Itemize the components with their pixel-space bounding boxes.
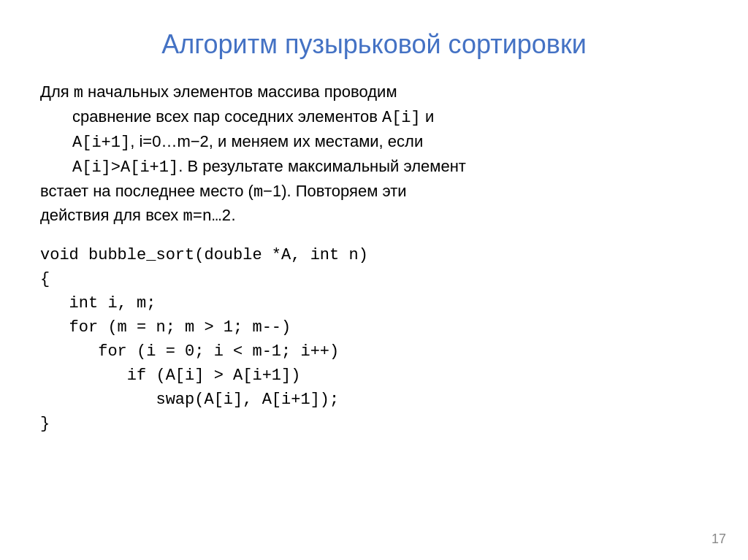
code-line-3: int i, m; [40, 291, 708, 315]
code-line-2: { [40, 267, 708, 291]
code-line-5: for (i = 0; i < m-1; i++) [40, 340, 708, 364]
desc-condition: A[i]>A[i+1] [72, 158, 178, 177]
code-block: void bubble_sort(double *A, int n) { int… [40, 243, 708, 436]
desc-m1: m [74, 84, 83, 102]
desc-line-5: встает на последнее место (m−1). Повторя… [40, 180, 708, 204]
code-line-8: } [40, 412, 708, 436]
desc-line-1: Для m начальных элементов массива провод… [40, 80, 708, 105]
desc-line-2: сравнение всех пар соседних элементов A[… [40, 105, 708, 130]
slide-description: Для m начальных элементов массива провод… [40, 80, 708, 229]
slide-title: Алгоритм пузырьковой сортировки [40, 29, 708, 60]
page-number: 17 [711, 532, 726, 547]
desc-ai: A[i] [382, 109, 421, 127]
desc-m2: m [253, 183, 263, 202]
code-line-7: swap(A[i], A[i+1]); [40, 388, 708, 412]
desc-line-6: действия для всех m=n…2. [40, 204, 708, 229]
code-line-1: void bubble_sort(double *A, int n) [40, 243, 708, 267]
desc-line-3: A[i+1], i=0…m−2, и меняем их местами, ес… [40, 130, 708, 155]
desc-line-4: A[i]>A[i+1]. В результате максимальный э… [40, 155, 708, 180]
desc-ai1: A[i+1] [72, 134, 130, 152]
code-line-4: for (m = n; m > 1; m--) [40, 315, 708, 340]
slide: Алгоритм пузырьковой сортировки Для m на… [0, 0, 748, 560]
desc-m3: m=n…2 [183, 207, 231, 226]
code-line-6: if (A[i] > A[i+1]) [40, 364, 708, 388]
